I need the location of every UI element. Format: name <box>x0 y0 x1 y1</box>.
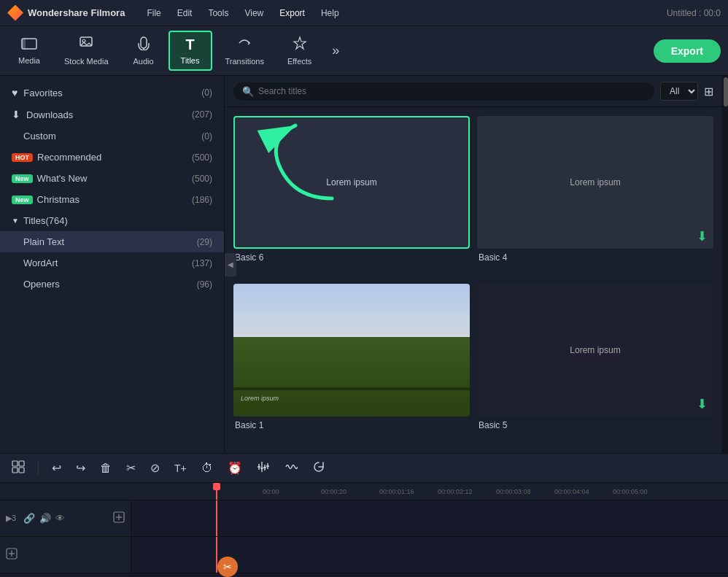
toolbar-transitions[interactable]: Transitions <box>215 31 274 70</box>
track-playhead-line <box>216 500 217 536</box>
menu-export[interactable]: Export <box>272 5 312 21</box>
thumb-label-basic1: Basic 1 <box>233 420 470 430</box>
window-title: Untitled : 00:0 <box>667 8 721 18</box>
track-add-icon[interactable] <box>113 511 125 525</box>
timeline-tracks: ▶3 🔗 🔊 👁 <box>0 500 728 577</box>
stock-media-icon <box>79 36 93 54</box>
sidebar-recommended-label: Recommended <box>37 152 101 163</box>
ruler-mark-1: 00:00:20 <box>321 488 379 495</box>
toolbar-titles-label: Titles <box>181 56 200 65</box>
thumb-basic4[interactable]: Lorem ipsum ⬇ Basic 4 <box>477 116 713 276</box>
search-input[interactable] <box>258 86 646 96</box>
sidebar-item-custom[interactable]: Custom (0) <box>0 125 224 147</box>
sidebar-item-downloads[interactable]: ⬇ Downloads (207) <box>0 104 224 125</box>
thumb-text-basic6: Lorem ipsum <box>326 177 376 187</box>
toolbar-media[interactable]: Media <box>7 32 51 69</box>
sidebar-openers-label: Openers <box>23 279 60 290</box>
track-icon-audio[interactable]: 🔊 <box>39 513 51 524</box>
toolbar-effects-label: Effects <box>287 57 311 66</box>
tl-crop-button[interactable]: ⊘ <box>146 458 164 478</box>
track-icon-eye[interactable]: 👁 <box>55 513 65 524</box>
sidebar-item-favorites[interactable]: ♥ Favorites (0) <box>0 82 224 104</box>
toolbar-more-icon[interactable]: » <box>328 39 344 63</box>
transitions-icon <box>237 36 252 54</box>
track-icon-link[interactable]: 🔗 <box>23 513 35 524</box>
ruler-marks: 00:00 00:00:20 00:00:01:16 00:00:02:12 0… <box>263 488 728 495</box>
timeline-area: ↩ ↪ 🗑 ✂ ⊘ T+ ⏱ ⏰ 00:00 00:00:20 00:00:01… <box>0 453 728 577</box>
sidebar-item-whats-new[interactable]: New What's New (500) <box>0 168 224 189</box>
effects-icon <box>293 36 307 54</box>
thumb-overlay-text-basic1: Lorem ipsum <box>241 395 279 402</box>
tl-redo-button[interactable]: ↪ <box>71 458 90 478</box>
filter-select[interactable]: All <box>660 82 698 101</box>
sidebar-item-wordart[interactable]: WordArt (137) <box>0 252 224 274</box>
tl-wave-button[interactable] <box>280 457 302 479</box>
toolbar-effects[interactable]: Effects <box>277 31 322 70</box>
sidebar-wordart-label: WordArt <box>23 257 58 268</box>
thumb-basic1[interactable]: Lorem ipsum Basic 1 <box>233 284 470 444</box>
menu-tools[interactable]: Tools <box>201 5 236 21</box>
sidebar-whats-new-label: What's New <box>37 173 88 184</box>
menu-items: File Edit Tools View Export Help <box>139 5 667 21</box>
sidebar-item-recommended[interactable]: HOT Recommended (500) <box>0 147 224 168</box>
export-button[interactable]: Export <box>654 39 721 63</box>
thumb-basic5[interactable]: Lorem ipsum ⬇ Basic 5 <box>477 284 713 444</box>
tl-cut-button[interactable]: ✂ <box>122 458 140 478</box>
svg-rect-17 <box>263 467 266 468</box>
tl-rotate-button[interactable] <box>308 457 330 479</box>
svg-marker-5 <box>294 37 306 49</box>
tl-timer2-button[interactable]: ⏰ <box>223 458 247 478</box>
ruler-mark-2: 00:00:01:16 <box>379 488 438 495</box>
sidebar-downloads-label: Downloads <box>26 109 73 120</box>
download-icon-basic4[interactable]: ⬇ <box>697 228 708 244</box>
search-bar: 🔍 All ⊞ <box>225 76 722 107</box>
sidebar-christmas-count: (186) <box>192 195 212 205</box>
thumb-img-basic6: Lorem ipsum <box>233 116 470 249</box>
sidebar-section-titles[interactable]: ▼ Titles (764) <box>0 210 224 231</box>
content-panel: 🔍 All ⊞ Lorem ipsum Basic 6 Lorem ipsum <box>225 76 722 453</box>
download-icon-basic5[interactable]: ⬇ <box>697 396 708 412</box>
menu-file[interactable]: File <box>139 5 168 21</box>
tl-delete-button[interactable]: 🗑 <box>96 459 116 478</box>
toolbar: Media Stock Media Audio T Titles Transit… <box>0 26 728 76</box>
scrollbar[interactable] <box>722 76 728 453</box>
thumb-img-basic5: Lorem ipsum ⬇ <box>477 284 713 417</box>
favorites-icon: ♥ <box>12 87 18 98</box>
thumb-img-basic1: Lorem ipsum <box>233 284 470 417</box>
audio-icon <box>137 36 150 54</box>
svg-rect-16 <box>260 468 263 469</box>
toolbar-audio[interactable]: Audio <box>122 31 166 70</box>
svg-rect-9 <box>12 468 18 473</box>
sidebar-plain-text-count: (29) <box>197 237 212 247</box>
thumbnail-grid: Lorem ipsum Basic 6 Lorem ipsum ⬇ Basic … <box>225 107 722 453</box>
menu-view[interactable]: View <box>237 5 271 21</box>
toolbar-stock-label: Stock Media <box>64 57 109 66</box>
tl-text-button[interactable]: T+ <box>170 460 191 477</box>
titles-arrow-icon: ▼ <box>12 217 19 225</box>
toolbar-titles[interactable]: T Titles <box>169 31 212 71</box>
menu-edit[interactable]: Edit <box>170 5 200 21</box>
sidebar-favorites-count: (0) <box>201 88 212 98</box>
app-name: Wondershare Filmora <box>28 7 125 18</box>
ruler-mark-3: 00:00:02:12 <box>438 488 496 495</box>
thumb-basic6[interactable]: Lorem ipsum Basic 6 <box>233 116 470 276</box>
grid-view-button[interactable]: ⊞ <box>704 85 713 98</box>
tl-undo-button[interactable]: ↩ <box>47 458 66 478</box>
sidebar-recommended-count: (500) <box>192 152 212 163</box>
tl-split-view-button[interactable] <box>7 457 29 479</box>
tl-equalizer-button[interactable] <box>252 457 274 479</box>
new-badge-whats-new: New <box>12 174 33 183</box>
toolbar-stock-media[interactable]: Stock Media <box>54 31 119 70</box>
tl-timer1-button[interactable]: ⏱ <box>197 459 217 478</box>
sidebar-item-openers[interactable]: Openers (96) <box>0 274 224 295</box>
sidebar-item-christmas[interactable]: New Christmas (186) <box>0 189 224 210</box>
logo-icon <box>7 5 23 21</box>
main-content: ♥ Favorites (0) ⬇ Downloads (207) Custom… <box>0 76 728 453</box>
menu-help[interactable]: Help <box>314 5 346 21</box>
ruler-mark-6: 00:00:05:00 <box>613 488 671 495</box>
ruler-mark-5: 00:00:04:04 <box>554 488 613 495</box>
collapse-sidebar-button[interactable]: ◀ <box>225 253 236 276</box>
hot-badge: HOT <box>12 153 33 162</box>
sidebar-item-plain-text[interactable]: Plain Text (29) <box>0 231 224 252</box>
track-add-icon-2[interactable] <box>6 548 18 562</box>
